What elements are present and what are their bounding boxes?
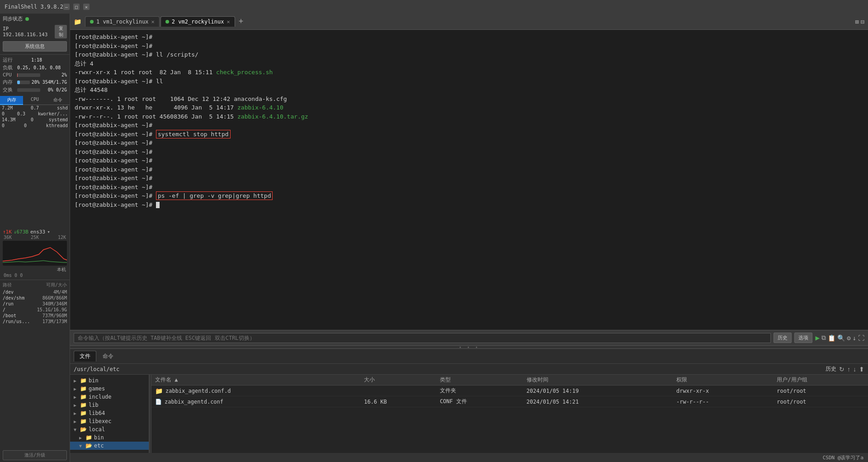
file-type: CONF 文件 (436, 396, 523, 407)
tab-cpu[interactable]: CPU (23, 96, 46, 105)
tree-item[interactable]: ▼ 📂 local (70, 425, 149, 433)
tree-item[interactable]: ▶ 📁 games (70, 385, 149, 393)
col-owner[interactable]: 用户/用户组 (773, 375, 868, 386)
download-file-button[interactable]: ↓ (853, 366, 856, 373)
tree-item[interactable]: ▶ 📁 lib (70, 401, 149, 409)
col-perms[interactable]: 权限 (673, 375, 773, 386)
maximize-button[interactable]: □ (73, 4, 80, 10)
folder-open-icon: 📂 (85, 443, 92, 449)
tab-vm2[interactable]: 2 vm2_rockylinux ✕ (160, 16, 235, 27)
tab-mem[interactable]: 内存 (0, 96, 23, 105)
list-item: /run/us...173M/173M (3, 319, 67, 324)
term-line: [root@zabbix-agent ~]# (75, 174, 863, 183)
term-line: -rw-r--r--. 1 root root 45608366 Jan 5 1… (75, 112, 863, 121)
term-line: [root@zabbix-agent ~]# ll (75, 77, 863, 86)
refresh-button[interactable]: ↻ (839, 366, 844, 373)
col-modified[interactable]: 修改时间 (523, 375, 673, 386)
swap-value: 0% 0/2G (42, 87, 67, 92)
cpu-value: 2% (42, 72, 67, 77)
mem-bar (17, 81, 30, 84)
fullscreen-icon[interactable]: ⛶ (858, 334, 864, 342)
tree-arrow-icon: ▶ (74, 395, 78, 400)
net-dropdown-icon[interactable]: ▾ (47, 229, 50, 235)
term-line: [root@zabbix-agent ~]# ll /scripts/ (75, 50, 863, 59)
tabbar: 📁 1 vm1_rockylinux ✕ 2 vm2_rockylinux ✕ … (70, 14, 868, 30)
sync-label: 同步状态 (3, 15, 23, 22)
net-graph (3, 241, 67, 266)
folder-icon: 📁 (80, 377, 87, 384)
col-type[interactable]: 类型 (436, 375, 523, 386)
tab-vm1-close-icon[interactable]: ✕ (151, 19, 155, 25)
expand-icon[interactable]: ⊟ (861, 18, 864, 25)
option-button[interactable]: 选项 (794, 333, 812, 343)
tree-item[interactable]: ▶ 📁 bin (70, 376, 149, 385)
tree-item-label: libexec (89, 418, 112, 424)
app-title: FinalShell 3.9.8.2 (5, 4, 63, 10)
col-size[interactable]: 大小 (360, 375, 436, 386)
file-history-label[interactable]: 历史 (826, 365, 836, 373)
tree-item[interactable]: ▶ 📁 include (70, 393, 149, 401)
disk-section: 路径 可用/大小 /dev4M/4M /dev/shm866M/866M /ru… (0, 281, 70, 325)
tab-vm2-label: 2 vm2_rockylinux (172, 19, 224, 25)
new-tab-button[interactable]: + (236, 17, 246, 26)
term-line: [root@zabbix-agent ~]# (75, 42, 863, 51)
tree-arrow-icon: ▶ (74, 403, 78, 408)
col-filename[interactable]: 文件名 ▲ (151, 375, 360, 386)
term-line: [root@zabbix-agent ~]# (75, 165, 863, 174)
folder-icon: 📁 (80, 394, 87, 400)
resource-stats: 运行 1:18 负载 0.25, 0.10, 0.08 CPU 2% 内存 20… (0, 56, 70, 94)
go-icon[interactable]: ▶ (815, 333, 820, 342)
file-size (360, 386, 436, 396)
list-item: /dev4M/4M (3, 289, 67, 295)
activate-button[interactable]: 激活/升级 (3, 450, 67, 460)
settings-icon[interactable]: ⚙ (847, 334, 850, 342)
titlebar: FinalShell 3.9.8.2 — □ ✕ (0, 0, 868, 14)
layout-icon[interactable]: ⊞ (855, 18, 859, 25)
tree-item-selected[interactable]: ▼ 📂 etc (70, 442, 149, 450)
table-row[interactable]: 📁zabbix_agentd.conf.d 文件夹 2024/01/05 14:… (151, 386, 868, 396)
folder-icon: 📁 (80, 410, 87, 416)
tab-cmd[interactable]: 命令 (47, 96, 70, 105)
paste-icon[interactable]: 📋 (828, 334, 835, 342)
tree-item-label: lib (89, 402, 99, 408)
list-item: /boot737M/960M (3, 313, 67, 319)
load-label: 负载 (3, 64, 15, 71)
table-row[interactable]: 📄zabbix_agentd.conf 16.6 KB CONF 文件 2024… (151, 396, 868, 407)
tree-item[interactable]: ▶ 📁 lib64 (70, 409, 149, 417)
local-label: 本机 (57, 267, 66, 273)
download-icon[interactable]: ↓ (853, 334, 856, 342)
splitter[interactable]: • • • (70, 345, 868, 349)
file-perms: drwxr-xr-x (673, 386, 773, 396)
file-owner: root/root (773, 386, 868, 396)
tree-item[interactable]: ▶ 📁 bin (70, 433, 149, 442)
delete-button[interactable]: ⬆ (859, 366, 864, 373)
file-icon: 📄 (155, 399, 162, 405)
close-button[interactable]: ✕ (83, 4, 90, 10)
copy-terminal-icon[interactable]: ⧉ (821, 334, 826, 342)
tab-dot-icon (165, 20, 169, 24)
tree-arrow-icon: ▶ (74, 386, 78, 391)
file-modified: 2024/01/05 14:19 (523, 386, 673, 396)
upload-button[interactable]: ↑ (847, 366, 850, 373)
tab-vm1[interactable]: 1 vm1_rockylinux ✕ (85, 16, 160, 27)
minimize-button[interactable]: — (63, 4, 70, 10)
copy-ip-button[interactable]: 复制 (55, 25, 67, 38)
terminal[interactable]: [root@zabbix-agent ~]# [root@zabbix-agen… (70, 30, 868, 330)
cmd-input[interactable] (74, 333, 771, 343)
term-line: [root@zabbix-agent ~]# (75, 200, 863, 210)
search-icon[interactable]: 🔍 (837, 334, 845, 342)
file-size: 16.6 KB (360, 396, 436, 407)
file-list: 文件名 ▲ 大小 类型 修改时间 权限 用户/用户组 📁zabbix_agent… (151, 375, 868, 453)
tree-arrow-icon: ▼ (79, 443, 84, 448)
tab-commands[interactable]: 命令 (97, 351, 119, 362)
tree-item[interactable]: ▶ 📁 libexec (70, 417, 149, 425)
tab-files[interactable]: 文件 (74, 351, 96, 362)
mem-value: 20% 354M/1.7G (32, 80, 67, 85)
history-button[interactable]: 历史 (774, 333, 792, 343)
tab-vm2-close-icon[interactable]: ✕ (226, 19, 230, 25)
term-line: 总计 4 (75, 59, 863, 68)
term-line: -rwxr-xr-x 1 root root 82 Jan 8 15:11 ch… (75, 68, 863, 77)
sys-info-button[interactable]: 系统信息 (3, 41, 67, 52)
statusbar: CSDN @该学习了a (70, 453, 868, 462)
tree-arrow-icon: ▶ (74, 378, 78, 383)
